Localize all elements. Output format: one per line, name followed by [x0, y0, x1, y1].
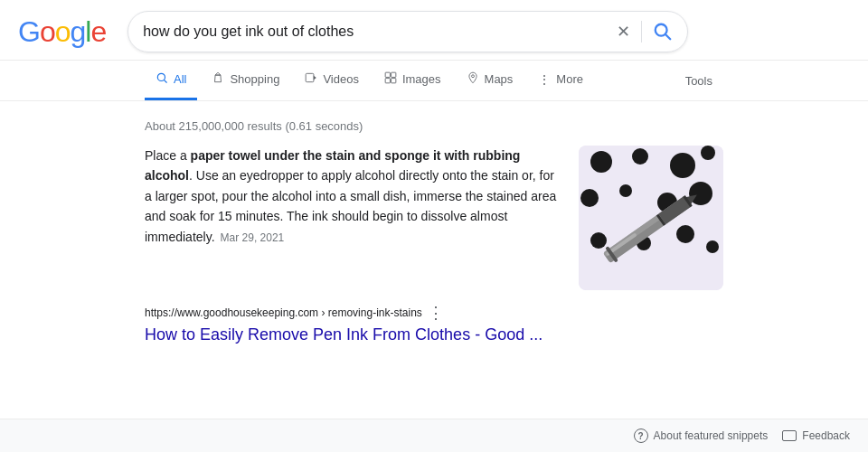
logo-e: e [90, 15, 106, 48]
svg-rect-6 [385, 72, 390, 77]
featured-snippet: Place a paper towel under the stain and … [145, 146, 723, 290]
svg-point-16 [580, 189, 599, 207]
svg-rect-7 [392, 72, 396, 77]
shopping-icon [212, 71, 224, 87]
tab-more-label: More [556, 72, 583, 86]
results-count: About 215,000,000 results (0.61 seconds) [145, 112, 723, 146]
more-icon: ⋮ [538, 72, 551, 87]
svg-point-17 [619, 184, 632, 197]
logo-g: g [70, 15, 85, 48]
tab-videos-label: Videos [323, 72, 359, 86]
nav-tabs: All Shopping Videos Images [0, 61, 868, 101]
images-icon [384, 71, 397, 87]
svg-rect-8 [385, 79, 390, 83]
svg-rect-4 [307, 73, 315, 81]
tab-images-label: Images [402, 72, 441, 86]
svg-marker-5 [314, 76, 316, 80]
svg-point-10 [471, 75, 474, 78]
logo-o2: o [55, 15, 71, 48]
snippet-text-intro: Place a [145, 148, 191, 163]
snippet-text: Place a paper towel under the stain and … [145, 146, 557, 290]
logo-o1: o [40, 15, 55, 48]
header: Google ✕ [0, 0, 868, 61]
result-url: https://www.goodhousekeeping.com › remov… [145, 306, 422, 319]
result-url-row: https://www.goodhousekeeping.com › remov… [145, 305, 687, 321]
tab-maps[interactable]: Maps [456, 61, 524, 100]
result-more-button[interactable]: ⋮ [428, 305, 444, 321]
snippet-date: Mar 29, 2021 [221, 231, 285, 244]
all-icon [156, 71, 168, 87]
first-search-result: https://www.goodhousekeeping.com › remov… [145, 305, 687, 345]
svg-point-23 [706, 240, 719, 253]
ink-image [579, 146, 723, 290]
svg-point-15 [701, 146, 715, 160]
search-icon[interactable] [653, 22, 673, 42]
tab-videos[interactable]: Videos [294, 61, 370, 100]
search-bar: ✕ [127, 11, 688, 52]
tab-shopping-label: Shopping [230, 72, 279, 86]
google-logo[interactable]: Google [18, 17, 106, 46]
tab-more[interactable]: ⋮ More [527, 61, 594, 100]
tools-button[interactable]: Tools [675, 63, 723, 99]
svg-line-3 [164, 80, 166, 82]
svg-point-12 [590, 151, 612, 173]
tab-images[interactable]: Images [373, 61, 452, 100]
logo-G: G [18, 15, 40, 48]
svg-point-20 [590, 232, 607, 249]
maps-icon [467, 71, 479, 87]
result-title-link[interactable]: How to Easily Remove Pen Ink From Clothe… [145, 325, 542, 344]
ink-svg [579, 146, 723, 290]
svg-point-14 [670, 153, 695, 178]
tab-maps-label: Maps [485, 72, 514, 86]
snippet-text-after: . Use an eyedropper to apply alcohol dir… [145, 168, 556, 243]
tab-all[interactable]: All [145, 61, 197, 100]
search-divider [641, 21, 642, 42]
snippet-image [579, 146, 723, 290]
main-content: About 215,000,000 results (0.61 seconds)… [0, 101, 868, 345]
svg-line-1 [665, 34, 670, 39]
clear-icon[interactable]: ✕ [617, 22, 630, 42]
tab-all-label: All [174, 72, 186, 86]
search-input[interactable] [143, 24, 617, 40]
svg-point-13 [632, 148, 648, 165]
videos-icon [305, 71, 317, 87]
svg-rect-9 [392, 79, 396, 83]
tab-shopping[interactable]: Shopping [201, 61, 290, 100]
svg-point-22 [676, 225, 694, 243]
